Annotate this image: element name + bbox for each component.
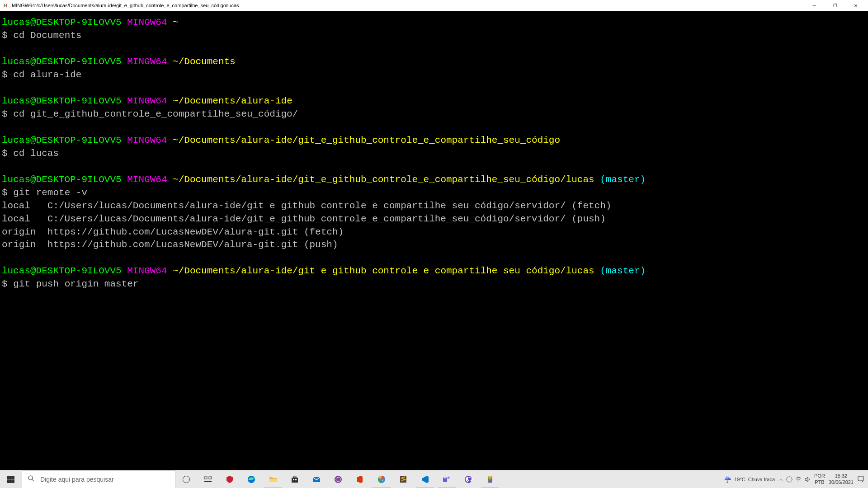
prompt-shell: MINGW64 xyxy=(127,56,167,67)
task-view-button[interactable] xyxy=(197,470,219,488)
command-line: $ git push origin master xyxy=(2,278,866,291)
folder-icon xyxy=(269,475,278,484)
prompt-shell: MINGW64 xyxy=(127,266,167,276)
weather-text: Chuva fraca xyxy=(748,477,775,482)
command-line: $ cd alura-ide xyxy=(2,69,866,82)
date: 30/06/2021 xyxy=(829,479,854,485)
app-gitbash[interactable] xyxy=(479,470,501,488)
prompt-path: ~ xyxy=(173,17,179,28)
prompt-line: lucas@DESKTOP-9ILOVV5 MINGW64 ~/Document… xyxy=(2,56,866,69)
system-tray: ☔ 19°C Chuva fraca ︿ POR PTB 15:32 30/06… xyxy=(720,470,868,488)
weather-icon: ☔ xyxy=(724,476,731,483)
maximize-button[interactable]: ❐ xyxy=(825,0,845,11)
command-text: git push origin master xyxy=(13,279,138,289)
command-text: git remote -v xyxy=(13,188,87,198)
svg-rect-8 xyxy=(293,479,294,480)
app-mcafee[interactable] xyxy=(219,470,241,488)
svg-rect-3 xyxy=(209,477,212,479)
language-indicator[interactable]: POR PTB xyxy=(814,473,825,485)
prompt-user: lucas@DESKTOP-9ILOVV5 xyxy=(2,56,122,67)
prompt-dollar: $ xyxy=(2,148,13,159)
prompt-path: ~/Documents/alura-ide/git_e_github_contr… xyxy=(173,266,594,276)
prompt-line: lucas@DESKTOP-9ILOVV5 MINGW64 ~/Document… xyxy=(2,265,866,278)
app-vscode[interactable] xyxy=(414,470,436,488)
prompt-user: lucas@DESKTOP-9ILOVV5 xyxy=(2,266,122,276)
prompt-dollar: $ xyxy=(2,30,13,41)
app-chrome[interactable] xyxy=(371,470,392,488)
chevron-up-icon[interactable]: ︿ xyxy=(778,476,783,483)
github-icon xyxy=(464,475,473,484)
time: 15:32 xyxy=(829,473,854,479)
taskbar-search[interactable]: Digite aqui para pesquisar xyxy=(22,470,175,488)
command-text: cd Documents xyxy=(13,30,81,41)
wifi-icon[interactable] xyxy=(795,476,802,483)
app-teams[interactable]: T xyxy=(436,470,458,488)
window-titlebar: MINGW64:/c/Users/lucas/Documents/alura-i… xyxy=(0,0,868,11)
notifications-button[interactable] xyxy=(857,475,864,483)
blank-line xyxy=(2,42,866,56)
blank-line xyxy=(2,160,866,174)
svg-point-0 xyxy=(28,476,33,480)
prompt-shell: MINGW64 xyxy=(127,17,167,28)
prompt-shell: MINGW64 xyxy=(127,135,167,145)
prompt-user: lucas@DESKTOP-9ILOVV5 xyxy=(2,135,122,145)
taskbar-apps: T xyxy=(175,470,501,488)
volume-icon[interactable] xyxy=(804,476,811,483)
app-edge[interactable] xyxy=(241,470,262,488)
cortana-icon xyxy=(183,476,190,483)
start-button[interactable] xyxy=(0,470,22,488)
app-github[interactable] xyxy=(458,470,479,488)
svg-point-19 xyxy=(448,476,450,479)
svg-rect-6 xyxy=(292,478,298,483)
windows-icon xyxy=(7,476,14,483)
search-placeholder: Digite aqui para pesquisar xyxy=(40,476,114,483)
app-sublime[interactable] xyxy=(392,470,414,488)
prompt-shell: MINGW64 xyxy=(127,174,167,185)
app-office[interactable] xyxy=(349,470,371,488)
mcafee-icon xyxy=(225,475,234,484)
prompt-branch: (master) xyxy=(600,174,646,185)
prompt-shell: MINGW64 xyxy=(127,96,167,106)
blank-line xyxy=(2,121,866,134)
svg-point-15 xyxy=(380,478,383,481)
store-icon xyxy=(290,475,299,484)
prompt-path: ~/Documents/alura-ide/git_e_github_contr… xyxy=(173,174,594,185)
svg-text:T: T xyxy=(444,478,446,481)
app-icon xyxy=(2,2,9,9)
app-tor[interactable] xyxy=(327,470,349,488)
minimize-button[interactable]: ─ xyxy=(804,0,825,11)
sublime-icon xyxy=(399,475,408,484)
prompt-dollar: $ xyxy=(2,70,13,80)
gitbash-icon xyxy=(486,475,495,484)
command-text: cd git_e_github_controle_e_compartilhe_s… xyxy=(13,109,298,119)
prompt-user: lucas@DESKTOP-9ILOVV5 xyxy=(2,96,122,106)
command-line: $ cd Documents xyxy=(2,29,866,42)
prompt-dollar: $ xyxy=(2,109,13,119)
weather-widget[interactable]: ☔ 19°C Chuva fraca xyxy=(724,476,775,483)
office-icon xyxy=(355,475,364,484)
tray-icons[interactable]: ︿ xyxy=(778,476,811,483)
app-mail[interactable] xyxy=(306,470,327,488)
svg-line-1 xyxy=(32,479,34,481)
terminal-area[interactable]: lucas@DESKTOP-9ILOVV5 MINGW64 ~$ cd Docu… xyxy=(0,11,868,296)
prompt-line: lucas@DESKTOP-9ILOVV5 MINGW64 ~/Document… xyxy=(2,134,866,147)
weather-temp: 19°C xyxy=(734,477,745,482)
prompt-branch: (master) xyxy=(600,266,646,276)
app-store[interactable] xyxy=(284,470,306,488)
vscode-icon xyxy=(420,475,429,484)
svg-point-11 xyxy=(335,476,342,483)
prompt-path: ~/Documents/alura-ide xyxy=(173,96,292,106)
command-line: $ cd lucas xyxy=(2,147,866,160)
task-view-button[interactable] xyxy=(175,470,197,488)
app-file-explorer[interactable] xyxy=(262,470,284,488)
mail-icon xyxy=(312,475,321,484)
prompt-user: lucas@DESKTOP-9ILOVV5 xyxy=(2,174,122,185)
clock[interactable]: 15:32 30/06/2021 xyxy=(829,473,854,485)
search-icon xyxy=(28,475,35,483)
prompt-line: lucas@DESKTOP-9ILOVV5 MINGW64 ~/Document… xyxy=(2,174,866,187)
taskview-icon xyxy=(203,475,212,484)
window-title: MINGW64:/c/Users/lucas/Documents/alura-i… xyxy=(12,3,804,8)
notification-icon xyxy=(857,475,864,483)
close-button[interactable]: ✕ xyxy=(845,0,866,11)
bluetooth-icon[interactable] xyxy=(786,476,793,483)
